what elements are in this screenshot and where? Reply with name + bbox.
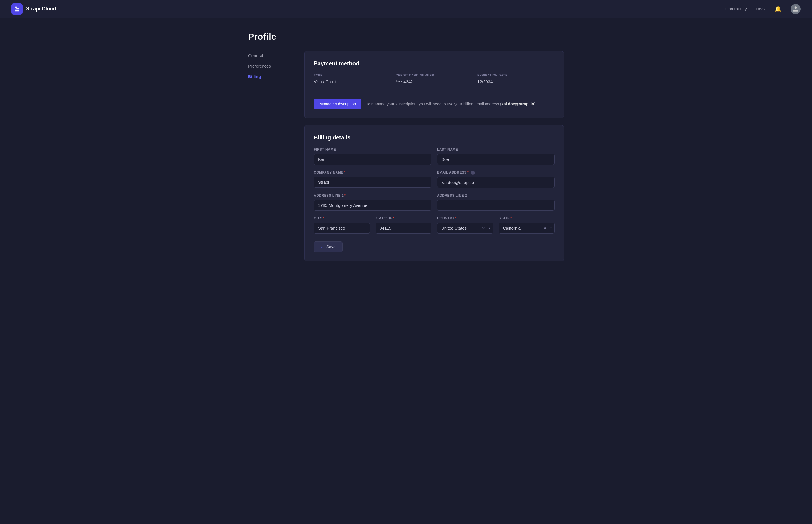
country-clear-icon[interactable]: ✕ <box>482 226 485 230</box>
expiry-label: EXPIRATION DATE <box>477 73 555 77</box>
zip-input[interactable] <box>376 223 432 233</box>
city-group: City* <box>314 216 370 233</box>
card-value: ****-4242 <box>396 79 473 84</box>
address1-input[interactable] <box>314 200 431 211</box>
content-layout: General Preferences Billing Payment meth… <box>248 51 564 268</box>
type-label: TYPE <box>314 73 391 77</box>
strapi-logo[interactable] <box>11 3 22 15</box>
city-input[interactable] <box>314 223 370 233</box>
manage-description: To manage your subscription, you will ne… <box>366 102 536 106</box>
first-name-input[interactable] <box>314 154 431 165</box>
name-row: First name Last name <box>314 148 555 165</box>
payment-method-title: Payment method <box>314 60 555 67</box>
company-group: Company name* <box>314 170 431 188</box>
billing-details-card: Billing details First name Last name <box>304 125 564 261</box>
city-required: * <box>322 216 324 220</box>
expiry-value: 12/2034 <box>477 79 555 84</box>
payment-card-group: CREDIT CARD NUMBER ****-4242 <box>396 73 473 84</box>
manage-text-before: To manage your subscription, you will ne… <box>366 102 501 106</box>
manage-email: kai.doe@strapi.io <box>501 102 534 106</box>
last-name-input[interactable] <box>437 154 555 165</box>
billing-details-title: Billing details <box>314 134 555 141</box>
company-required: * <box>344 170 345 175</box>
email-required: * <box>467 170 468 175</box>
company-email-row: Company name* Email address* i <box>314 170 555 188</box>
address2-input[interactable] <box>437 200 555 211</box>
divider <box>314 92 555 92</box>
manage-text-after: ) <box>534 102 536 106</box>
payment-grid: TYPE Visa / Credit CREDIT CARD NUMBER **… <box>314 73 555 84</box>
address1-group: Address line 1* <box>314 194 431 211</box>
state-select-wrapper: California New York Texas Florida ✕ ▾ <box>499 223 555 233</box>
page-title: Profile <box>248 32 564 42</box>
manage-subscription-button[interactable]: Manage subscription <box>314 99 362 109</box>
card-label: CREDIT CARD NUMBER <box>396 73 473 77</box>
page-container: Profile General Preferences Billing Paym… <box>237 18 575 282</box>
country-required: * <box>455 216 457 220</box>
city-zip-country-state-row: City* ZIP Code* Country* <box>314 216 555 233</box>
payment-type-group: TYPE Visa / Credit <box>314 73 391 84</box>
address1-label: Address line 1* <box>314 194 431 197</box>
state-label: State* <box>499 216 555 220</box>
last-name-group: Last name <box>437 148 555 165</box>
payment-expiry-group: EXPIRATION DATE 12/2034 <box>477 73 555 84</box>
docs-link[interactable]: Docs <box>756 6 765 11</box>
city-label: City* <box>314 216 370 220</box>
company-input[interactable] <box>314 177 431 187</box>
email-input[interactable] <box>437 177 555 188</box>
country-select-wrapper: United States United Kingdom France Germ… <box>437 223 493 233</box>
zip-group: ZIP Code* <box>376 216 432 233</box>
first-name-label: First name <box>314 148 431 151</box>
zip-label: ZIP Code* <box>376 216 432 220</box>
payment-method-card: Payment method TYPE Visa / Credit CREDIT… <box>304 51 564 118</box>
manage-row: Manage subscription To manage your subsc… <box>314 99 555 109</box>
save-button[interactable]: ✓ Save <box>314 242 343 252</box>
sidebar: General Preferences Billing <box>248 51 293 268</box>
last-name-label: Last name <box>437 148 555 151</box>
community-link[interactable]: Community <box>726 6 747 11</box>
first-name-group: First name <box>314 148 431 165</box>
email-info-icon[interactable]: i <box>471 171 475 175</box>
navbar: Strapi Cloud Community Docs 🔔 <box>0 0 812 18</box>
brand-name: Strapi Cloud <box>26 6 56 12</box>
state-group: State* California New York Texas Florida… <box>499 216 555 233</box>
main-content: Payment method TYPE Visa / Credit CREDIT… <box>304 51 564 268</box>
company-label: Company name* <box>314 170 431 175</box>
check-icon: ✓ <box>321 245 324 249</box>
sidebar-item-billing[interactable]: Billing <box>248 72 293 81</box>
email-group: Email address* i <box>437 170 555 188</box>
address2-label: Address line 2 <box>437 194 555 197</box>
address1-required: * <box>344 194 346 197</box>
user-avatar[interactable] <box>791 4 801 14</box>
country-group: Country* United States United Kingdom Fr… <box>437 216 493 233</box>
sidebar-item-general[interactable]: General <box>248 51 293 60</box>
zip-required: * <box>393 216 395 220</box>
state-clear-icon[interactable]: ✕ <box>543 226 547 230</box>
sidebar-item-preferences[interactable]: Preferences <box>248 61 293 71</box>
navbar-left: Strapi Cloud <box>11 3 56 15</box>
notification-icon[interactable]: 🔔 <box>775 6 782 12</box>
address-row: Address line 1* Address line 2 <box>314 194 555 211</box>
country-label: Country* <box>437 216 493 220</box>
type-value: Visa / Credit <box>314 79 391 84</box>
email-label: Email address* i <box>437 170 555 175</box>
navbar-right: Community Docs 🔔 <box>726 4 801 14</box>
address2-group: Address line 2 <box>437 194 555 211</box>
save-label: Save <box>327 245 335 249</box>
state-required: * <box>510 216 512 220</box>
